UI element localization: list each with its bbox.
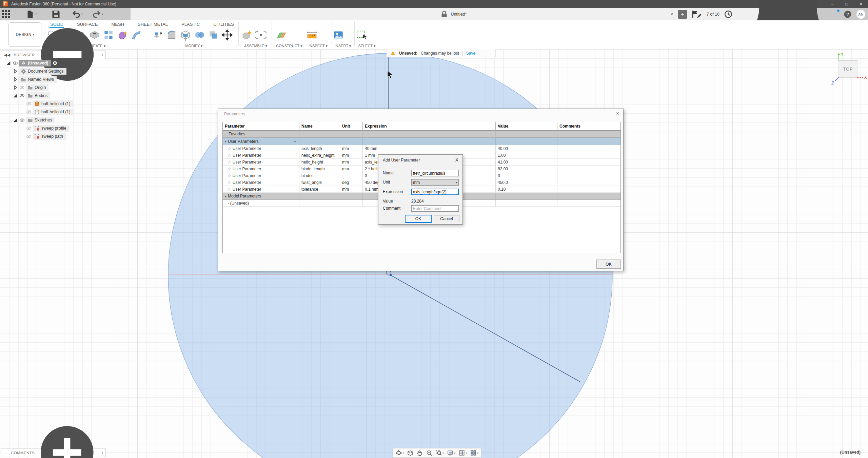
job-status-icon[interactable]: [724, 10, 732, 18]
visibility-on-icon[interactable]: [19, 93, 25, 98]
visibility-off-icon[interactable]: [19, 85, 25, 90]
unit-dropdown[interactable]: mm ▾: [411, 179, 459, 186]
ribbon-group-label-construct[interactable]: CONSTRUCT ▾: [276, 44, 303, 48]
move-icon[interactable]: [221, 29, 233, 41]
zoom-button[interactable]: [426, 450, 432, 456]
expand-triangle-icon[interactable]: [13, 93, 18, 98]
visibility-on-icon[interactable]: [19, 117, 25, 123]
offset-face-icon[interactable]: [208, 29, 219, 41]
user-parameters-section-row[interactable]: ▾User Parameters+: [223, 138, 299, 145]
app-grid-icon[interactable]: [0, 10, 12, 18]
save-link[interactable]: Save: [466, 51, 475, 56]
window-zoom-button[interactable]: ▾: [436, 450, 444, 456]
fillet-icon[interactable]: [166, 29, 177, 41]
parameter-expression-cell[interactable]: 40 mm: [363, 145, 496, 152]
collapse-panel-icon[interactable]: ◀◀: [4, 53, 11, 57]
parameters-ok-button[interactable]: OK: [596, 260, 621, 269]
parameter-type-cell[interactable]: ☆User Parameter: [223, 159, 299, 166]
parameter-name-cell[interactable]: helix_height: [299, 159, 340, 166]
browser-item-named-views[interactable]: Named Views: [1, 75, 113, 83]
ribbon-group-label-inspect[interactable]: INSPECT ▾: [306, 44, 330, 48]
new-component-icon[interactable]: [241, 29, 253, 41]
save-icon[interactable]: [51, 10, 61, 18]
visibility-off-icon[interactable]: [26, 101, 32, 107]
browser-item-sweep-path[interactable]: sweep path: [1, 132, 113, 140]
pan-button[interactable]: [417, 450, 423, 456]
close-window-button[interactable]: ✕: [854, 0, 868, 8]
parameter-unit-cell[interactable]: [340, 172, 363, 179]
parameter-unit-cell[interactable]: mm: [340, 166, 363, 172]
parameter-type-cell[interactable]: ☆User Parameter: [223, 179, 299, 186]
parameter-unit-cell[interactable]: mm: [340, 152, 363, 159]
maximize-button[interactable]: □: [840, 0, 854, 8]
favorite-star-icon[interactable]: ☆: [228, 167, 231, 171]
expand-icon[interactable]: ›: [228, 201, 229, 205]
browser-panel-header[interactable]: ◀◀ BROWSER ‖: [1, 51, 106, 59]
parameter-type-cell[interactable]: ☆User Parameter: [223, 172, 299, 179]
chevron-down-icon[interactable]: ▾: [402, 452, 404, 455]
ribbon-tab-mesh[interactable]: MESH: [111, 22, 124, 27]
favorite-star-icon[interactable]: ☆: [228, 187, 231, 192]
parameter-comment-cell[interactable]: [557, 152, 621, 159]
collapse-triangle-icon[interactable]: [13, 85, 18, 90]
parameter-type-cell[interactable]: ☆User Parameter: [223, 145, 299, 152]
parameter-type-cell[interactable]: ☆User Parameter: [223, 152, 299, 159]
collapse-triangle-icon[interactable]: [13, 77, 18, 82]
combine-icon[interactable]: [194, 29, 205, 41]
shell-icon[interactable]: [180, 29, 191, 41]
favorites-section-row[interactable]: Favorites: [223, 131, 299, 138]
browser-item-sketches[interactable]: Sketches: [1, 116, 113, 124]
parameter-comment-cell[interactable]: [557, 172, 621, 179]
parameter-name-cell[interactable]: tolerance: [299, 186, 340, 193]
favorite-star-icon[interactable]: ☆: [228, 180, 231, 185]
collapse-triangle-icon[interactable]: [13, 69, 18, 74]
visibility-on-icon[interactable]: [13, 60, 18, 66]
insert-canvas-icon[interactable]: [333, 29, 344, 41]
avatar[interactable]: AN: [856, 10, 865, 19]
visibility-off-icon[interactable]: [26, 109, 32, 115]
add-cancel-button[interactable]: Cancel: [434, 215, 459, 222]
browser-item-document-settings[interactable]: Document Settings: [1, 67, 113, 75]
parameter-unit-cell[interactable]: mm: [340, 159, 363, 166]
parameter-type-cell[interactable]: ☆User Parameter: [223, 166, 299, 172]
section-expand-icon[interactable]: ▾: [225, 139, 226, 143]
panel-grip-icon[interactable]: ‖: [102, 451, 103, 455]
parameter-type-cell[interactable]: ☆User Parameter: [223, 186, 299, 193]
ribbon-group-label-assemble[interactable]: ASSEMBLE ▾: [241, 44, 270, 48]
file-menu-icon[interactable]: [25, 10, 35, 18]
visibility-off-icon[interactable]: [26, 126, 32, 131]
parameter-name-cell[interactable]: helix_extra_height: [299, 152, 340, 159]
help-icon[interactable]: ?: [844, 10, 852, 18]
close-dialog-icon[interactable]: X: [616, 111, 619, 116]
add-ok-button[interactable]: OK: [405, 215, 432, 223]
favorite-star-icon[interactable]: ☆: [228, 153, 231, 158]
display-settings-button[interactable]: ▾: [447, 450, 455, 456]
browser-item-bodies[interactable]: Bodies: [1, 92, 113, 100]
ribbon-group-label-select[interactable]: SELECT ▾: [356, 44, 378, 48]
joint-icon[interactable]: [255, 29, 267, 41]
parameter-unit-cell[interactable]: deg: [340, 179, 363, 186]
parameter-unit-cell[interactable]: mm: [340, 186, 363, 193]
close-dialog-icon[interactable]: X: [455, 157, 458, 163]
sweep-icon[interactable]: [131, 29, 142, 41]
expand-triangle-icon[interactable]: [6, 60, 11, 66]
expand-triangle-icon[interactable]: [13, 117, 18, 123]
ribbon-tab-utilities[interactable]: UTILITIES: [213, 22, 234, 27]
add-parameter-button[interactable]: +: [294, 139, 296, 144]
comments-panel-header[interactable]: COMMENTS ‖: [1, 449, 106, 457]
viewports-button[interactable]: ▾: [470, 450, 478, 456]
visibility-off-icon[interactable]: [26, 134, 32, 139]
ribbon-group-label-modify[interactable]: MODIFY ▾: [152, 44, 236, 48]
look-at-button[interactable]: [407, 450, 413, 456]
new-tab-button[interactable]: +: [678, 10, 687, 19]
parameter-comment-cell[interactable]: [557, 145, 621, 152]
panel-grip-icon[interactable]: ‖: [102, 53, 103, 57]
ribbon-tab-sheet-metal[interactable]: SHEET METAL: [138, 22, 168, 27]
grid-display-button[interactable]: ▾: [459, 450, 467, 456]
chevron-down-icon[interactable]: ▾: [454, 452, 455, 455]
press-pull-icon[interactable]: [152, 29, 163, 41]
browser-item-origin[interactable]: Origin: [1, 83, 113, 92]
select-window-icon[interactable]: [356, 29, 367, 41]
form-icon[interactable]: [117, 29, 128, 41]
close-tab-button[interactable]: ×: [671, 12, 673, 17]
